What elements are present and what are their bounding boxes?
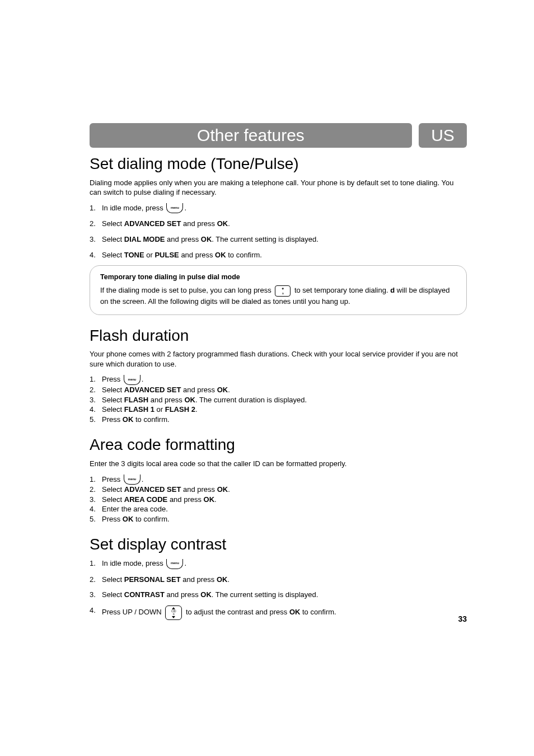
list-item: Select FLASH 1 or FLASH 2. bbox=[90, 405, 467, 415]
list-item: Select ADVANCED SET and press OK. bbox=[90, 219, 467, 229]
list-item: Press OK to confirm. bbox=[90, 415, 467, 425]
area-steps: Press menu. Select ADVANCED SET and pres… bbox=[90, 475, 467, 524]
list-item: Press UP / DOWN CID⎘ to adjust the contr… bbox=[90, 605, 467, 620]
callout-temporary-tone: Temporary tone dialing in pulse dial mod… bbox=[90, 265, 467, 314]
list-item: Select ADVANCED SET and press OK. bbox=[90, 485, 467, 495]
heading-dialing-mode: Set dialing mode (Tone/Pulse) bbox=[90, 153, 467, 175]
flash-steps: Press menu. Select ADVANCED SET and pres… bbox=[90, 374, 467, 424]
list-item: Enter the area code. bbox=[90, 504, 467, 514]
dialing-intro: Dialing mode applies only when you are m… bbox=[90, 178, 467, 198]
menu-key-icon: menu bbox=[124, 375, 140, 385]
list-item: Select PERSONAL SET and press OK. bbox=[90, 575, 467, 585]
list-item: In idle mode, press menu. bbox=[90, 558, 467, 569]
heading-display-contrast: Set display contrast bbox=[90, 534, 467, 555]
list-item: Press menu. bbox=[90, 475, 467, 485]
heading-flash-duration: Flash duration bbox=[90, 325, 467, 346]
locale-badge: US bbox=[419, 123, 467, 148]
page-number: 33 bbox=[458, 614, 467, 624]
list-item: In idle mode, press menu. bbox=[90, 203, 467, 214]
contrast-steps: In idle mode, press menu. Select PERSONA… bbox=[90, 558, 467, 620]
chapter-title: Other features bbox=[90, 123, 412, 148]
menu-key-icon: menu bbox=[124, 475, 140, 485]
list-item: Select AREA CODE and press OK. bbox=[90, 495, 467, 505]
callout-title: Temporary tone dialing in pulse dial mod… bbox=[100, 273, 456, 282]
header-bar: Other features US bbox=[90, 123, 467, 148]
list-item: Select ADVANCED SET and press OK. bbox=[90, 385, 467, 395]
nav-key-icon: CID⎘ bbox=[165, 605, 182, 620]
heading-area-code: Area code formatting bbox=[90, 434, 467, 456]
menu-key-icon: menu bbox=[166, 203, 183, 213]
menu-key-icon: menu bbox=[166, 559, 183, 569]
list-item: Select CONTRAST and press OK. The curren… bbox=[90, 590, 467, 600]
star-key-icon: *a bbox=[275, 285, 291, 297]
list-item: Select FLASH and press OK. The current d… bbox=[90, 395, 467, 405]
dialing-steps: In idle mode, press menu. Select ADVANCE… bbox=[90, 203, 467, 260]
list-item: Press menu. bbox=[90, 374, 467, 385]
list-item: Select DIAL MODE and press OK. The curre… bbox=[90, 234, 467, 245]
flash-intro: Your phone comes with 2 factory programm… bbox=[90, 349, 467, 369]
area-intro: Enter the 3 digits local area code so th… bbox=[90, 459, 467, 469]
list-item: Select TONE or PULSE and press OK to con… bbox=[90, 250, 467, 260]
callout-body: If the dialing mode is set to pulse, you… bbox=[100, 285, 456, 307]
list-item: Press OK to confirm. bbox=[90, 514, 467, 524]
